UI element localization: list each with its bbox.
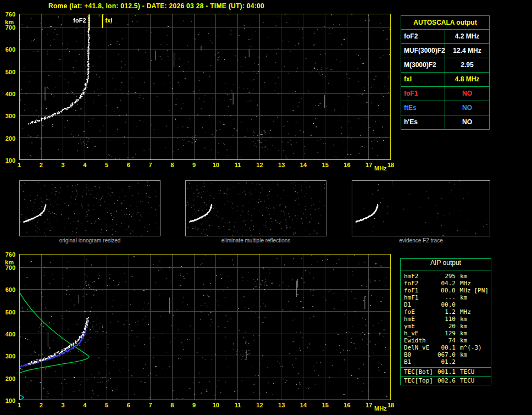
aip-tec-value: 002.6 bbox=[436, 377, 456, 385]
aip-value: 04.2 bbox=[436, 280, 456, 287]
thumbnail-original-ionogram bbox=[19, 180, 160, 236]
autoscala-row-M(3000)F2: M(3000)F22.95 bbox=[401, 58, 489, 73]
aip-value: --- bbox=[436, 294, 456, 301]
x-axis-tick: 4 bbox=[83, 162, 86, 168]
autoscala-row-label: fxI bbox=[401, 73, 445, 86]
x-axis-unit: MHz bbox=[374, 405, 387, 412]
autoscala-row-label: ftEs bbox=[401, 101, 445, 115]
aip-extra bbox=[474, 358, 491, 366]
aip-extra: [PN] bbox=[474, 287, 491, 294]
y-axis-tick: 400 bbox=[5, 91, 15, 97]
aip-table-rows: hmF2295kmfoF204.2MHzfoF100.0MHz[PN]hmF1-… bbox=[401, 270, 491, 367]
aip-output-table: AIP output hmF2295kmfoF204.2MHzfoF100.0M… bbox=[400, 258, 491, 385]
aip-value: 1.2 bbox=[436, 308, 456, 316]
aip-value: 00.0 bbox=[436, 287, 456, 294]
bottom-ionogram-y-axis: 760700600500400300200100km bbox=[0, 254, 17, 411]
aip-extra bbox=[474, 323, 491, 330]
aip-extra bbox=[474, 330, 491, 337]
aip-row-hmF2: hmF2295km bbox=[401, 273, 491, 280]
autoscala-table-title: AUTOSCALA output bbox=[401, 16, 489, 30]
aip-value: 067.0 bbox=[436, 351, 456, 358]
aip-tec-unit: TECU bbox=[456, 377, 474, 385]
x-axis-tick: 15 bbox=[322, 162, 329, 168]
x-axis-tick: 3 bbox=[61, 162, 64, 168]
x-axis-tick: 12 bbox=[256, 402, 263, 408]
autoscala-row-value: 4.2 MHz bbox=[445, 30, 489, 43]
autoscala-row-label: MUF(3000)F2 bbox=[401, 44, 445, 58]
aip-row-DelN_vE: DelN_vE00.1m^(-3) bbox=[401, 344, 491, 351]
aip-tec-label: TEC[Bot] bbox=[401, 368, 436, 376]
x-axis-tick: 17 bbox=[365, 402, 372, 408]
y-axis-tick: 300 bbox=[5, 353, 15, 359]
aip-row-ymE: ymE20km bbox=[401, 323, 491, 330]
aip-label: foF2 bbox=[401, 280, 436, 287]
autoscala-row-foF1: foF1NO bbox=[401, 87, 489, 101]
aip-label: h_vE bbox=[401, 330, 436, 337]
autoscala-row-value: 2.95 bbox=[445, 58, 489, 72]
aip-label: DelN_vE bbox=[401, 344, 436, 351]
x-axis-tick: 12 bbox=[256, 162, 263, 168]
aip-unit: m^(-3) bbox=[456, 344, 474, 351]
aip-label: foE bbox=[401, 308, 436, 316]
autoscala-row-ftEs: ftEsNO bbox=[401, 101, 489, 115]
aip-label: foF1 bbox=[401, 287, 436, 294]
y-axis-unit: km bbox=[5, 19, 14, 25]
thumbnail-caption-f2-trace: evidence F2 trace bbox=[352, 237, 490, 244]
x-axis-tick: 7 bbox=[149, 402, 152, 408]
aip-unit: MHz bbox=[456, 287, 474, 294]
aip-value: 20 bbox=[436, 323, 456, 330]
aip-row-foF2: foF204.2MHz bbox=[401, 280, 491, 287]
x-axis-tick: 8 bbox=[170, 162, 174, 168]
autoscala-row-value: NO bbox=[445, 101, 489, 115]
x-axis-tick: 3 bbox=[61, 402, 64, 408]
x-axis-tick: 2 bbox=[40, 402, 43, 408]
y-axis-tick: 500 bbox=[5, 309, 15, 316]
aip-tec-value: 001.1 bbox=[436, 368, 456, 376]
x-axis-tick: 10 bbox=[213, 402, 219, 408]
aip-value: 00.1 bbox=[436, 344, 456, 351]
aip-extra bbox=[474, 280, 491, 287]
autoscala-row-label: foF2 bbox=[401, 30, 445, 43]
autoscala-row-MUF(3000)F2: MUF(3000)F212.4 MHz bbox=[401, 44, 489, 58]
x-axis-tick: 2 bbox=[40, 162, 43, 168]
autoscala-row-value: 12.4 MHz bbox=[445, 44, 489, 58]
x-axis-tick: 18 bbox=[387, 402, 394, 408]
x-axis-tick: 14 bbox=[300, 402, 307, 408]
autoscala-row-label: M(3000)F2 bbox=[401, 58, 445, 72]
x-axis-tick: 14 bbox=[300, 162, 307, 168]
aip-row-foF1: foF100.0MHz[PN] bbox=[401, 287, 491, 294]
aip-unit: km bbox=[456, 323, 474, 330]
aip-tec-unit: TECU bbox=[456, 368, 474, 376]
aip-extra bbox=[474, 337, 491, 344]
x-axis-tick: 9 bbox=[192, 402, 196, 408]
aip-unit bbox=[456, 301, 474, 308]
aip-tec-row-TEC[Top]: TEC[Top]002.6TECU bbox=[401, 376, 491, 385]
aip-row-Ewidth: Ewidth74km bbox=[401, 337, 491, 344]
aip-unit: MHz bbox=[456, 308, 474, 316]
aip-label: B0 bbox=[401, 351, 436, 358]
aip-label: Ewidth bbox=[401, 337, 436, 344]
y-axis-unit: km bbox=[5, 259, 14, 265]
aip-extra bbox=[474, 294, 491, 301]
aip-row-h_vE: h_vE129km bbox=[401, 330, 491, 337]
x-axis-tick: 11 bbox=[235, 402, 241, 408]
aip-table-tec-rows: TEC[Bot]001.1TECUTEC[Top]002.6TECU bbox=[401, 367, 491, 385]
x-axis-tick: 8 bbox=[170, 402, 174, 408]
autoscala-screen: Rome (lat: +41.8, lon: 012.5) - DATE: 20… bbox=[0, 0, 532, 415]
y-axis-tick: 200 bbox=[5, 135, 15, 142]
aip-value: 129 bbox=[436, 330, 456, 337]
aip-unit bbox=[456, 358, 474, 366]
x-axis-tick: 6 bbox=[127, 402, 130, 408]
top-ionogram-x-axis: 123456789101112131415161718MHz bbox=[19, 162, 400, 170]
x-axis-tick: 4 bbox=[83, 402, 86, 408]
y-axis-tick: 100 bbox=[5, 397, 15, 404]
aip-value: 00.0 bbox=[436, 301, 456, 308]
x-axis-tick: 18 bbox=[387, 162, 394, 168]
aip-unit: km bbox=[456, 294, 474, 301]
aip-tec-row-TEC[Bot]: TEC[Bot]001.1TECU bbox=[401, 367, 491, 376]
x-axis-tick: 11 bbox=[235, 162, 241, 168]
aip-label: D1 bbox=[401, 301, 436, 308]
y-axis-tick: 600 bbox=[5, 46, 15, 53]
aip-label: ymE bbox=[401, 323, 436, 330]
aip-extra bbox=[474, 308, 491, 316]
